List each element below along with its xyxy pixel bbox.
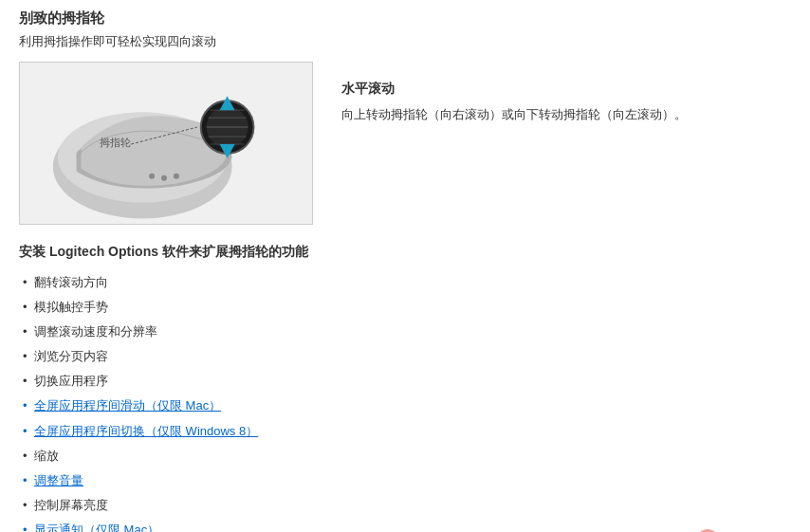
feature-list-item: 切换应用程序 xyxy=(19,369,791,394)
scroll-wheel-text: 向上转动拇指轮（向右滚动）或向下转动拇指轮（向左滚动）。 xyxy=(341,105,791,125)
feature-list-item: 浏览分页内容 xyxy=(19,344,791,369)
svg-point-4 xyxy=(174,174,179,179)
feature-list-item[interactable]: 调整音量 xyxy=(19,468,791,493)
main-content: 别致的拇指轮 利用拇指操作即可轻松实现四向滚动 xyxy=(0,0,810,532)
feature-list-item: 调整滚动速度和分辨率 xyxy=(19,320,791,344)
mouse-image-box: 拇指轮 xyxy=(19,62,313,225)
feature-list-item[interactable]: 显示通知（仅限 Mac） xyxy=(19,518,791,532)
svg-point-2 xyxy=(149,174,155,179)
scroll-wheel-desc: 水平滚动 向上转动拇指轮（向右滚动）或向下转动拇指轮（向左滚动）。 xyxy=(341,62,791,225)
install-section: 安装 Logitech Options 软件来扩展拇指轮的功能 翻转滚动方向模拟… xyxy=(19,244,791,532)
feature-list-item: 模拟触控手势 xyxy=(19,295,791,320)
section-subtitle: 利用拇指操作即可轻松实现四向滚动 xyxy=(19,33,791,50)
feature-list-item: 缩放 xyxy=(19,444,791,468)
feature-list-item: 翻转滚动方向 xyxy=(19,270,791,295)
mouse-illustration: 拇指轮 xyxy=(20,63,312,224)
svg-point-3 xyxy=(161,175,167,181)
section-title: 别致的拇指轮 xyxy=(19,9,791,28)
feature-list-item: 控制屏幕亮度 xyxy=(19,493,791,518)
install-title: 安装 Logitech Options 软件来扩展拇指轮的功能 xyxy=(19,244,791,261)
svg-text:拇指轮: 拇指轮 xyxy=(100,137,131,148)
feature-list: 翻转滚动方向模拟触控手势调整滚动速度和分辨率浏览分页内容切换应用程序全屏应用程序… xyxy=(19,270,791,532)
feature-list-item[interactable]: 全屏应用程序间切换（仅限 Windows 8） xyxy=(19,419,791,444)
top-section: 拇指轮 水平滚动 向上转动拇指轮（向右滚动）或向下转动拇指轮（向左滚动）。 xyxy=(19,62,791,225)
feature-list-item[interactable]: 全屏应用程序间滑动（仅限 Mac） xyxy=(19,394,791,418)
scroll-wheel-title: 水平滚动 xyxy=(341,81,791,98)
